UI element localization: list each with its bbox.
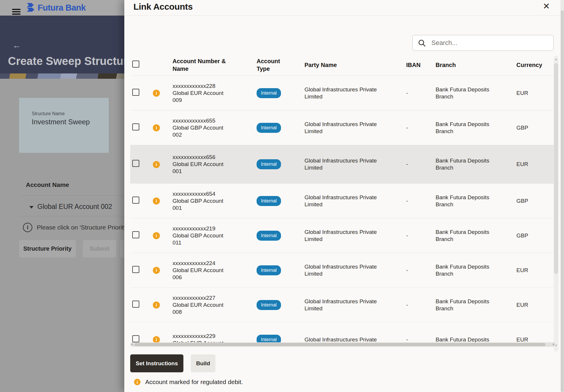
horizontal-scroll-thumb[interactable] [134, 343, 545, 346]
row-checkbox[interactable] [132, 301, 139, 308]
accounts-table: Account Number & Name Account Type Party… [130, 54, 555, 342]
regulated-debit-legend: i Account marked for regulated debit. [134, 378, 243, 386]
account-type-badge: Internal [257, 335, 281, 343]
submit-button[interactable]: Submit [83, 240, 116, 257]
close-icon[interactable]: ✕ [541, 2, 552, 11]
col-party-name: Party Name [301, 61, 403, 69]
row-checkbox[interactable] [132, 123, 139, 130]
col-branch: Branch [430, 61, 509, 69]
hamburger-menu-icon[interactable] [12, 9, 21, 16]
info-icon: i [23, 223, 32, 232]
screen: Futura Bank ← Create Sweep Structure Glo… [0, 0, 564, 392]
link-accounts-panel: Link Accounts ✕ Account Number & Name Ac… [124, 0, 564, 392]
account-row[interactable]: i xxxxxxxxxxxx654Global GBP Account 001 … [130, 184, 555, 218]
scroll-up-icon[interactable] [555, 58, 558, 60]
window-scroll-thumb[interactable] [561, 10, 564, 392]
col-account-type: Account Type [257, 57, 286, 73]
account-type-badge: Internal [257, 159, 281, 169]
panel-title: Link Accounts [133, 2, 193, 12]
account-row[interactable]: i xxxxxxxxxxxx227Global EUR Account 008 … [130, 288, 555, 322]
priority-info-text: Please click on 'Structure Priority' to … [37, 224, 124, 231]
regulated-debit-info-icon: i [153, 124, 160, 131]
selected-account: Global EUR Account 002 [37, 203, 112, 211]
account-row[interactable]: i xxxxxxxxxxxx219Global GBP Account 011 … [130, 218, 555, 253]
structure-name-value: Investment Sweep [32, 118, 90, 126]
search-icon [418, 39, 426, 47]
col-account-number-name: Account Number & Name [173, 57, 228, 73]
set-instructions-button[interactable]: Set Instructions [130, 354, 183, 372]
regulated-debit-info-icon: i [134, 379, 140, 385]
account-type-badge: Internal [257, 196, 281, 206]
row-checkbox[interactable] [132, 160, 139, 167]
row-checkbox[interactable] [132, 89, 139, 96]
structure-name-label: Structure Name [32, 111, 65, 116]
futura-bank-logo-icon [25, 2, 36, 13]
table-header-row: Account Number & Name Account Type Party… [130, 54, 555, 76]
brand-name: Futura Bank [38, 3, 86, 13]
col-currency: Currency [509, 61, 555, 69]
account-dropdown[interactable]: Global EUR Account 002 [29, 203, 112, 211]
row-checkbox[interactable] [132, 335, 139, 342]
account-row[interactable]: i xxxxxxxxxxxx228Global EUR Account 009 … [130, 76, 555, 110]
scroll-left-icon[interactable] [131, 343, 133, 346]
search-input[interactable] [431, 39, 544, 47]
search-box[interactable] [412, 35, 554, 51]
select-all-checkbox[interactable] [132, 61, 139, 68]
row-checkbox[interactable] [132, 197, 139, 204]
account-row[interactable]: i xxxxxxxxxxxx229Global EUR Account Inte… [130, 322, 555, 342]
chevron-down-icon [29, 206, 34, 209]
account-row[interactable]: i xxxxxxxxxxxx656Global EUR Account 001 … [130, 145, 555, 184]
row-checkbox[interactable] [132, 231, 139, 238]
divider [19, 195, 124, 196]
legend-text: Account marked for regulated debit. [145, 378, 243, 386]
page-title: Create Sweep Structure [8, 55, 134, 68]
brand[interactable]: Futura Bank [25, 2, 86, 13]
table-vertical-scrollbar[interactable] [554, 56, 558, 351]
row-checkbox[interactable] [132, 266, 139, 273]
priority-info-row: i Please click on 'Structure Priority' t… [23, 223, 124, 232]
account-row[interactable]: i xxxxxxxxxxxx655Global GBP Account 002 … [130, 110, 555, 145]
structure-priority-button[interactable]: Structure Priority [19, 240, 76, 257]
account-type-badge: Internal [257, 88, 281, 98]
back-arrow-icon[interactable]: ← [12, 40, 21, 50]
regulated-debit-info-icon: i [153, 267, 160, 274]
regulated-debit-info-icon: i [153, 301, 160, 309]
vertical-scroll-thumb[interactable] [554, 63, 558, 274]
account-row[interactable]: i xxxxxxxxxxxx224Global EUR Account 006 … [130, 253, 555, 288]
scroll-right-icon[interactable] [553, 343, 555, 346]
account-type-badge: Internal [257, 300, 281, 310]
account-type-badge: Internal [257, 123, 281, 133]
divider [124, 15, 564, 16]
regulated-debit-info-icon: i [153, 336, 160, 342]
regulated-debit-info-icon: i [153, 232, 160, 239]
col-iban: IBAN [403, 61, 430, 69]
window-scrollbar[interactable] [560, 0, 564, 392]
account-type-badge: Internal [257, 265, 281, 275]
account-name-header: Account Name [26, 181, 69, 188]
regulated-debit-info-icon: i [153, 161, 160, 168]
divider [19, 216, 124, 216]
account-type-badge: Internal [257, 231, 281, 241]
regulated-debit-info-icon: i [153, 90, 160, 97]
regulated-debit-info-icon: i [153, 197, 160, 205]
build-button[interactable]: Build [191, 354, 215, 372]
table-horizontal-scrollbar[interactable] [130, 342, 555, 347]
structure-name-card: Structure Name Investment Sweep [19, 98, 109, 153]
